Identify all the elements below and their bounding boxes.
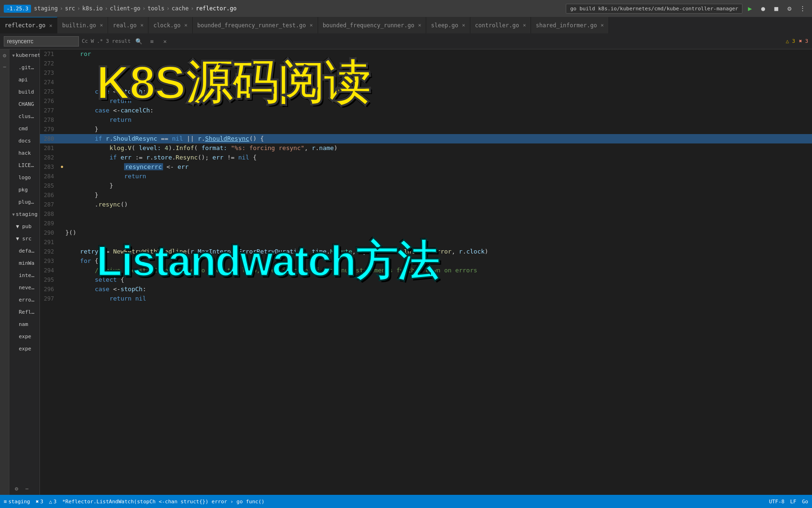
minus-icon[interactable]: − [0,63,9,71]
sidebar-item-cmd[interactable]: cmd [9,123,39,135]
breadcrumb-tools[interactable]: tools [148,5,164,12]
tab-reflector[interactable]: reflector.go ✕ [0,17,57,33]
code-container: 271 ror 272 273 274 275 [40,49,812,495]
code-line-286: 286 } [40,190,812,200]
tab-bfr[interactable]: bounded_frequency_runner.go ✕ [318,17,427,33]
code-line-272: 272 [40,59,812,68]
breadcrumb-file[interactable]: reflector.go [196,5,237,12]
line-content-282: if err := r.store.Resync(); err != nil { [65,153,812,162]
sidebar-item-plugin[interactable]: plugin [9,196,39,208]
line-num-290: 290 [40,228,59,238]
line-num-282: 282 [40,153,59,162]
close-search-icon[interactable]: ✕ [160,36,170,47]
status-language[interactable]: Go [802,499,808,505]
sidebar-item-minwa[interactable]: minWa [9,257,39,270]
sidebar-item-api[interactable]: api [9,74,39,86]
replace-icon[interactable]: ≡ [147,36,157,47]
tab-sleep[interactable]: sleep.go ✕ [426,17,470,33]
line-num-283: 283 [40,162,59,172]
breadcrumb-clientgo[interactable]: client-go [110,5,141,12]
tab-controller[interactable]: controller.go ✕ [470,17,531,33]
more-icon[interactable]: ⋮ [797,3,808,14]
sidebar-item-cluster[interactable]: cluster [9,111,39,123]
status-line-ending[interactable]: LF [790,499,796,505]
tab-bfr-close[interactable]: ✕ [418,22,422,28]
sidebar-item-neverb[interactable]: neverB [9,282,39,294]
line-content-287: .resync() [65,200,812,209]
sidebar-item-build[interactable]: build [9,86,39,98]
minus-bottom-icon[interactable]: − [23,484,31,493]
sidebar-item-github[interactable]: .github [9,62,39,74]
code-line-289: 289 [40,219,812,228]
chevron-down-icon: ▼ [12,210,15,219]
search-input[interactable] [4,36,79,47]
title-bar: -1.25.3 staging › src › k8s.io › client-… [0,0,812,17]
sidebar-item-pkg[interactable]: pkg [9,184,39,196]
line-num-296: 296 [40,285,59,294]
line-content-284: return [65,172,812,181]
tab-sharedinformer[interactable]: shared_informer.go ✕ [531,17,609,33]
run-button[interactable]: ▶ [744,3,756,14]
stop-button[interactable]: ■ [771,3,782,14]
tab-clock[interactable]: clock.go ✕ [148,17,192,33]
tab-builtin[interactable]: builtin.go ✕ [57,17,108,33]
tab-controller-close[interactable]: ✕ [523,22,526,28]
line-num-277: 277 [40,106,59,115]
gear-icon[interactable]: ⚙ [0,51,9,60]
sidebar-item-docs[interactable]: docs [9,135,39,147]
tab-realgo-close[interactable]: ✕ [141,22,144,28]
status-bar: ≡ staging ✖ 3 △ 3 *Reflector.ListAndWatc… [0,495,812,508]
tab-realgo[interactable]: real.go ✕ [108,17,148,33]
breadcrumb-cache[interactable]: cache [172,5,188,12]
sidebar-item-license[interactable]: LICENS [9,159,39,172]
sidebar-item-nam[interactable]: nam [9,318,39,331]
tab-bfrt[interactable]: bounded_frequency_runner_test.go ✕ [193,17,318,33]
sidebar-item-logo[interactable]: logo [9,172,39,184]
tab-bfrt-close[interactable]: ✕ [310,22,313,28]
sidebar-item-changelog[interactable]: CHANG [9,98,39,111]
warning-icon: △ [49,499,52,505]
settings-bottom-icon[interactable]: ⚙ [12,484,21,493]
tab-realgo-label: real.go [113,22,137,29]
settings-icon[interactable]: ⚙ [784,3,795,14]
sidebar-item-default[interactable]: default [9,245,39,257]
status-warnings[interactable]: △ 3 [49,499,56,505]
tab-reflector-close[interactable]: ✕ [49,23,53,29]
code-area[interactable]: 271 ror 272 273 274 275 [40,49,812,495]
status-errors[interactable]: ✖ 3 [36,499,43,505]
whole-word-btn[interactable]: W [91,38,94,44]
sidebar-item-pub[interactable]: ▼ pub [9,221,39,233]
tab-clock-close[interactable]: ✕ [184,22,187,28]
line-content-296: case <-stopCh: [65,285,812,294]
sidebar-item-reflecte[interactable]: Reflecte [9,306,39,318]
tab-sleep-close[interactable]: ✕ [462,22,465,28]
sidebar-item-errorst[interactable]: errorSt [9,294,39,306]
breadcrumb-k8sio[interactable]: k8s.io [82,5,102,12]
tab-sharedinformer-close[interactable]: ✕ [601,22,604,28]
filter-icon[interactable]: 🔍 [133,36,144,47]
sidebar: ▼ kubernetes .github api build CHANG clu… [9,49,40,495]
sidebar-item-kubernetes[interactable]: ▼ kubernetes [9,49,39,62]
sidebar-item-expe2[interactable]: expe [9,343,39,355]
sidebar-item-interna[interactable]: interna [9,270,39,282]
version-badge: -1.25.3 [4,5,31,13]
code-line-280: 280 if r.ShouldResync == nil || r.Should… [40,134,812,143]
tab-bfrt-label: bounded_frequency_runner_test.go [197,22,306,29]
sidebar-item-src[interactable]: ▼ src [9,233,39,245]
sidebar-item-staging[interactable]: ▼ staging [9,208,39,221]
breadcrumb-src[interactable]: src [65,5,75,12]
regex-btn[interactable]: .* [97,38,103,44]
breadcrumb-staging[interactable]: staging [34,5,58,12]
line-content-281: klog.V( level: 4).Infof( format: "%s: fo… [65,143,812,153]
line-num-297: 297 [40,294,59,303]
sidebar-item-expe1[interactable]: expe [9,331,39,343]
line-num-295: 295 [40,275,59,285]
status-branch[interactable]: ≡ staging [4,499,30,505]
branch-icon: ≡ [4,499,7,505]
case-sensitive-btn[interactable]: Cc [82,38,88,44]
sidebar-item-hack[interactable]: hack [9,147,39,159]
tab-builtin-close[interactable]: ✕ [100,22,103,28]
debug-button[interactable]: ● [757,3,769,14]
status-encoding[interactable]: UTF-8 [769,499,784,505]
line-num-291: 291 [40,238,59,247]
